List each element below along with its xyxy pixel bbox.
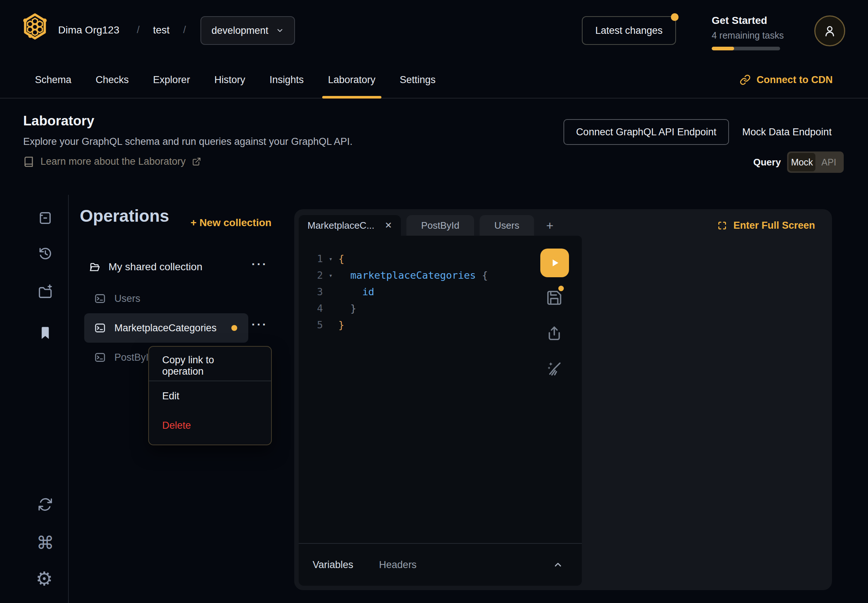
code-text: marketplaceCategories {	[338, 269, 488, 281]
menu-item-delete[interactable]: Delete	[149, 411, 271, 440]
editor-panel: MarketplaceC...✕PostByIdUsers+ Enter Ful…	[294, 209, 832, 590]
code-text: id	[338, 286, 374, 297]
operation-menu-button[interactable]: ···	[252, 319, 268, 330]
line-number: 1	[299, 253, 323, 264]
line-number: 3	[299, 286, 323, 297]
fold-arrow-icon[interactable]: ▾	[323, 272, 338, 279]
operations-title: Operations	[80, 206, 169, 226]
tab-laboratory[interactable]: Laboratory	[322, 62, 381, 98]
main-nav: SchemaChecksExplorerHistoryInsightsLabor…	[0, 62, 868, 99]
collection-name: My shared collection	[108, 261, 202, 273]
share-upload-icon[interactable]	[546, 325, 563, 342]
operation-item-label: Users	[114, 293, 141, 305]
notification-dot	[671, 13, 679, 21]
code-lines: 1▾{2▾ marketplaceCategories {3 id4 }5}	[299, 250, 527, 333]
toggle-mock[interactable]: Mock	[789, 153, 815, 171]
bottom-tab-headers[interactable]: Headers	[379, 559, 417, 571]
external-link-icon	[192, 157, 201, 166]
terminal-icon	[94, 322, 106, 334]
tab-history[interactable]: History	[209, 62, 251, 98]
graphos-logo[interactable]	[21, 13, 48, 42]
latest-changes-button[interactable]: Latest changes	[582, 16, 676, 45]
breadcrumb-separator: /	[137, 24, 140, 36]
editor-tab-users[interactable]: Users	[480, 215, 534, 236]
breadcrumb-separator: /	[183, 24, 186, 36]
tab-explorer[interactable]: Explorer	[147, 62, 196, 98]
latest-changes-label: Latest changes	[595, 25, 662, 36]
bottom-tabs: VariablesHeaders	[313, 544, 563, 586]
enter-full-screen-link[interactable]: Enter Full Screen	[717, 215, 815, 236]
line-number: 2	[299, 269, 323, 281]
operation-item-label: MarketplaceCategories	[114, 322, 217, 334]
editor-tabs: MarketplaceC...✕PostByIdUsers+	[299, 215, 560, 236]
book-icon	[23, 156, 34, 167]
toggle-api[interactable]: API	[815, 153, 842, 171]
query-label: Query	[753, 157, 781, 168]
history-icon[interactable]	[37, 246, 53, 261]
terminal-icon	[94, 351, 106, 363]
query-editor[interactable]: 1▾{2▾ marketplaceCategories {3 id4 }5}	[299, 236, 582, 586]
enter-full-screen-label: Enter Full Screen	[733, 220, 815, 231]
editor-tab-marketplacec[interactable]: MarketplaceC...✕	[299, 215, 401, 236]
chevron-down-icon	[276, 26, 284, 34]
folder-add-icon[interactable]	[37, 284, 53, 299]
close-icon[interactable]: ✕	[385, 220, 392, 230]
connect-graphql-endpoint-button[interactable]: Connect GraphQL API Endpoint	[563, 119, 729, 145]
editor-tab-label: MarketplaceC...	[308, 220, 374, 231]
code-line: 1▾{	[299, 250, 527, 267]
tab-insights[interactable]: Insights	[264, 62, 310, 98]
nav-tabs: SchemaChecksExplorerHistoryInsightsLabor…	[29, 62, 441, 98]
mock-data-endpoint-link[interactable]: Mock Data Endpoint	[742, 127, 832, 138]
code-line: 2▾ marketplaceCategories {	[299, 267, 527, 283]
tab-settings[interactable]: Settings	[394, 62, 442, 98]
get-started-progressbar	[712, 47, 780, 50]
code-text: }	[338, 303, 356, 314]
get-started-subtitle: 4 remaining tasks	[712, 30, 792, 41]
code-line: 3 id	[299, 283, 527, 300]
get-started-widget[interactable]: Get Started 4 remaining tasks	[712, 15, 792, 50]
variant-label: development	[212, 25, 269, 36]
query-toggle: MockAPI	[787, 152, 844, 173]
context-menu: Copy link to operationEditDelete	[148, 346, 272, 445]
collection-box-icon[interactable]	[37, 210, 53, 226]
breadcrumb-graph[interactable]: test	[153, 24, 170, 36]
collection-menu-button[interactable]: ···	[252, 258, 268, 270]
code-line: 5}	[299, 317, 527, 333]
settings-gear-icon[interactable]: ⚙	[36, 569, 53, 588]
bookmark-icon[interactable]	[37, 325, 53, 340]
page-description: Explore your GraphQL schema and run quer…	[23, 136, 352, 147]
chevron-up-icon[interactable]	[552, 559, 563, 570]
breadcrumb-org[interactable]: Dima Org123	[58, 24, 119, 36]
get-started-title: Get Started	[712, 15, 792, 26]
save-icon[interactable]	[546, 289, 563, 306]
page-title: Laboratory	[23, 113, 94, 129]
add-tab-button[interactable]: +	[540, 215, 560, 236]
line-number: 4	[299, 303, 323, 314]
tab-schema[interactable]: Schema	[29, 62, 77, 98]
collection-header[interactable]: My shared collection	[89, 261, 202, 273]
account-avatar[interactable]	[814, 15, 845, 46]
sync-icon[interactable]	[37, 497, 53, 512]
fold-arrow-icon[interactable]: ▾	[323, 255, 338, 263]
code-line: 4 }	[299, 300, 527, 317]
tab-checks[interactable]: Checks	[90, 62, 135, 98]
menu-item-edit[interactable]: Edit	[149, 381, 271, 411]
connect-to-cdn-link[interactable]: Connect to CDN	[740, 62, 833, 98]
learn-more-label: Learn more about the Laboratory	[40, 156, 186, 167]
code-text: }	[338, 319, 344, 331]
editor-tab-postbyid[interactable]: PostById	[407, 215, 474, 236]
menu-item-copy-link-to-operation[interactable]: Copy link to operation	[149, 351, 271, 380]
code-text: {	[338, 253, 344, 264]
operation-item-users[interactable]: Users	[84, 284, 248, 313]
new-collection-button[interactable]: + New collection	[190, 217, 271, 229]
run-query-button[interactable]	[540, 249, 569, 277]
prettify-wand-icon[interactable]	[546, 360, 563, 377]
laboratory-page: Dima Org123 / test / development Latest …	[0, 0, 868, 603]
link-chain-icon	[740, 74, 751, 85]
bottom-tab-variables[interactable]: Variables	[313, 559, 353, 571]
operation-item-marketplacecategories[interactable]: MarketplaceCategories	[84, 313, 248, 343]
learn-more-link[interactable]: Learn more about the Laboratory	[23, 156, 201, 167]
variant-dropdown[interactable]: development	[200, 16, 295, 45]
command-icon[interactable]: ⌘	[36, 534, 54, 552]
user-icon	[823, 24, 837, 38]
